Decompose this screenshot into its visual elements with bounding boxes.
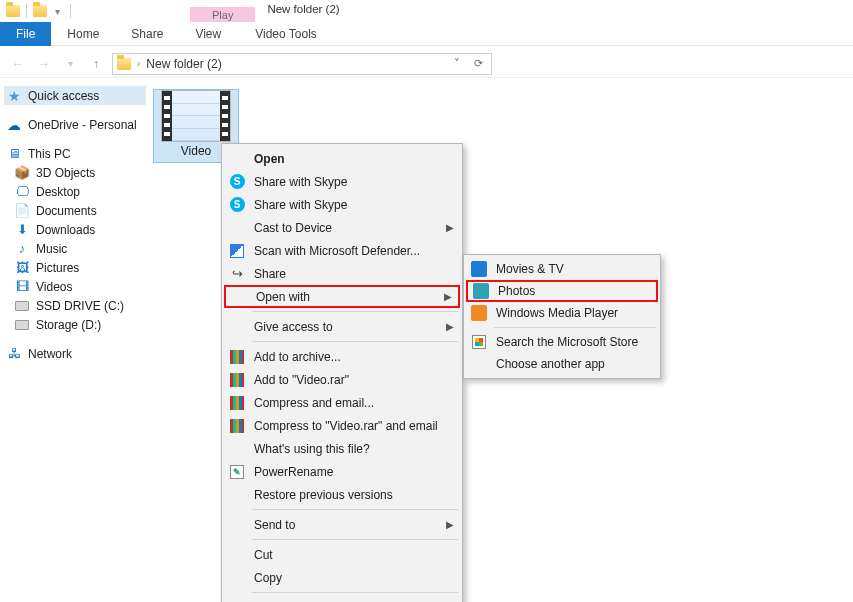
qat-folder-icon[interactable]: [33, 4, 47, 18]
blank-icon: [228, 219, 246, 237]
ctx-restore[interactable]: Restore previous versions: [224, 483, 460, 506]
ctx-defender[interactable]: Scan with Microsoft Defender...: [224, 239, 460, 262]
separator: [494, 327, 656, 328]
blank-icon: [228, 599, 246, 603]
quick-access-toolbar: ▾: [0, 0, 190, 22]
blank-icon: [228, 318, 246, 336]
ctx-cast[interactable]: Cast to Device▶: [224, 216, 460, 239]
sidebar-item-downloads[interactable]: ⬇Downloads: [4, 220, 146, 239]
downloads-icon: ⬇: [14, 222, 30, 238]
pictures-icon: 🖼: [14, 260, 30, 276]
blank-icon: [228, 486, 246, 504]
share-icon: [228, 265, 246, 283]
sidebar-item-label: 3D Objects: [36, 166, 95, 180]
sidebar-item-label: Downloads: [36, 223, 95, 237]
ctx-compress-email[interactable]: Compress and email...: [224, 391, 460, 414]
blank-icon: [228, 150, 246, 168]
ctx-cut[interactable]: Cut: [224, 543, 460, 566]
file-tab[interactable]: File: [0, 22, 51, 46]
submenu-movies-tv[interactable]: Movies & TV: [466, 258, 658, 280]
powertoys-icon: ✎: [228, 463, 246, 481]
ctx-copy[interactable]: Copy: [224, 566, 460, 589]
submenu-choose[interactable]: Choose another app: [466, 353, 658, 375]
window-title: New folder (2): [255, 0, 351, 22]
sidebar-item-3d-objects[interactable]: 📦3D Objects: [4, 163, 146, 182]
winrar-icon: [228, 371, 246, 389]
winrar-icon: [228, 348, 246, 366]
sidebar-item-pictures[interactable]: 🖼Pictures: [4, 258, 146, 277]
tab-share[interactable]: Share: [115, 22, 179, 46]
up-button[interactable]: ↑: [86, 54, 106, 74]
ctx-send-to[interactable]: Send to▶: [224, 513, 460, 536]
refresh-icon[interactable]: ⟳: [470, 57, 487, 70]
ctx-whats-using[interactable]: What's using this file?: [224, 437, 460, 460]
photos-icon: [472, 282, 490, 300]
context-tab-label: Play: [190, 7, 255, 22]
history-dropdown[interactable]: ▾: [60, 54, 80, 74]
separator: [26, 4, 27, 18]
video-thumbnail-icon: [161, 90, 231, 142]
blank-icon: [228, 440, 246, 458]
sidebar-item-music[interactable]: ♪Music: [4, 239, 146, 258]
tab-video-tools[interactable]: Video Tools: [241, 22, 331, 46]
ctx-give-access[interactable]: Give access to▶: [224, 315, 460, 338]
movies-tv-icon: [470, 260, 488, 278]
winrar-icon: [228, 394, 246, 412]
separator: [252, 311, 458, 312]
desktop-icon: 🖵: [14, 184, 30, 200]
back-button[interactable]: ←: [8, 54, 28, 74]
ctx-share-skype-2[interactable]: SShare with Skype: [224, 193, 460, 216]
app-folder-icon: [6, 4, 20, 18]
blank-icon: [230, 288, 248, 306]
chevron-right-icon: ▶: [446, 321, 454, 332]
submenu-photos[interactable]: Photos: [466, 280, 658, 302]
ctx-compress-rar-email[interactable]: Compress to "Video.rar" and email: [224, 414, 460, 437]
qat-dropdown-icon[interactable]: ▾: [50, 4, 64, 18]
blank-icon: [470, 355, 488, 373]
sidebar-item-label: Pictures: [36, 261, 79, 275]
ctx-add-archive[interactable]: Add to archive...: [224, 345, 460, 368]
sidebar-item-storage[interactable]: Storage (D:): [4, 315, 146, 334]
separator: [70, 4, 71, 18]
chevron-right-icon: ▶: [446, 519, 454, 530]
sidebar-quick-access[interactable]: ★ Quick access: [4, 86, 146, 105]
wmp-icon: [470, 304, 488, 322]
sidebar-item-ssd-drive[interactable]: SSD DRIVE (C:): [4, 296, 146, 315]
winrar-icon: [228, 417, 246, 435]
forward-button[interactable]: →: [34, 54, 54, 74]
chevron-right-icon: ▶: [446, 222, 454, 233]
sidebar-this-pc[interactable]: 🖥 This PC: [4, 144, 146, 163]
submenu-store[interactable]: Search the Microsoft Store: [466, 331, 658, 353]
sidebar-item-label: SSD DRIVE (C:): [36, 299, 124, 313]
ctx-open-with[interactable]: Open with▶: [224, 285, 460, 308]
ctx-share[interactable]: Share: [224, 262, 460, 285]
sidebar-item-documents[interactable]: 📄Documents: [4, 201, 146, 220]
ctx-add-video-rar[interactable]: Add to "Video.rar": [224, 368, 460, 391]
blank-icon: [228, 546, 246, 564]
breadcrumb[interactable]: New folder (2): [146, 57, 221, 71]
submenu-wmp[interactable]: Windows Media Player: [466, 302, 658, 324]
ctx-create-shortcut[interactable]: Create shortcut: [224, 596, 460, 602]
sidebar-item-desktop[interactable]: 🖵Desktop: [4, 182, 146, 201]
ctx-open[interactable]: Open: [224, 147, 460, 170]
drive-icon: [14, 317, 30, 333]
open-with-submenu: Movies & TV Photos Windows Media Player …: [463, 254, 661, 379]
tab-view[interactable]: View: [179, 22, 237, 46]
ctx-share-skype-1[interactable]: SShare with Skype: [224, 170, 460, 193]
sidebar-item-label: Quick access: [28, 89, 99, 103]
sidebar-item-videos[interactable]: 🎞Videos: [4, 277, 146, 296]
tab-home[interactable]: Home: [51, 22, 115, 46]
music-icon: ♪: [14, 241, 30, 257]
sidebar-network[interactable]: 🖧 Network: [4, 344, 146, 363]
address-bar[interactable]: › New folder (2) ˅ ⟳: [112, 53, 492, 75]
microsoft-store-icon: [470, 333, 488, 351]
star-icon: ★: [6, 88, 22, 104]
sidebar-item-label: OneDrive - Personal: [28, 118, 137, 132]
address-dropdown-icon[interactable]: ˅: [450, 57, 464, 70]
network-icon: 🖧: [6, 346, 22, 362]
sidebar-item-label: Videos: [36, 280, 72, 294]
sidebar-onedrive[interactable]: ☁ OneDrive - Personal: [4, 115, 146, 134]
ctx-powerrename[interactable]: ✎PowerRename: [224, 460, 460, 483]
contextual-tab-group: Play: [190, 0, 255, 22]
chevron-right-icon: ▶: [444, 291, 452, 302]
